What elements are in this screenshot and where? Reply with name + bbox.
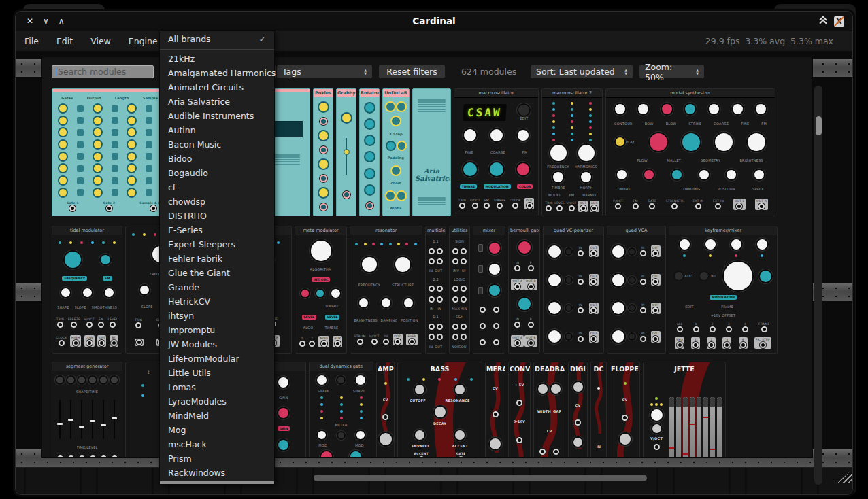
module-card-digi[interactable]: DIGICVANALOG [568, 362, 588, 458]
brand-menu-item[interactable]: Impromptu [160, 323, 274, 337]
menu-item-file[interactable]: File [16, 31, 48, 52]
module-feature-row [544, 145, 600, 161]
module-card-modal-synthesizer[interactable]: modal synthesizerCONTOURBOWBLOWSTRIKECOA… [605, 88, 775, 216]
vertical-scrollbar[interactable] [814, 86, 822, 485]
port-label: IN [578, 332, 582, 335]
module-card-conv[interactable]: CONV+ 5V0-10V0-10V [508, 362, 531, 458]
brand-menu-item[interactable]: E-Series [160, 223, 274, 237]
module-card-undular[interactable]: UnDuLaRX StepPaddingZoomAlpha [382, 88, 410, 216]
port-label: Gate 1 [67, 201, 79, 205]
brand-menu-item[interactable]: 21kHz [160, 52, 274, 66]
brand-menu-item[interactable]: Mog [160, 423, 274, 437]
brand-menu-item[interactable]: Rackwindows [160, 466, 274, 480]
module-card-deadband[interactable]: DEADBANDWIDTHGAPCV [533, 362, 565, 458]
module-card-dc[interactable]: DCIN [590, 362, 607, 458]
module-card-bernoulli-gate[interactable]: bernoulli gateINPOUT AOUT BINPOUT AOUT B [508, 226, 540, 354]
module-card-quad-vca[interactable]: quad VCAINOUTINOUTINOUTINOUT [607, 226, 666, 354]
brand-menu-item[interactable]: Little Utils [160, 366, 274, 380]
module-card-keyframer-mixer[interactable]: keyframer/mixerADDDELMODULATIONEDITFRAME… [669, 226, 778, 354]
brand-menu-item[interactable]: cf [160, 180, 274, 194]
brand-menu-item[interactable]: Glue the Giant [160, 266, 274, 280]
module-feature-row: SHAPE/TIME [54, 390, 120, 394]
brand-menu-item-all[interactable]: All brands ✓ [160, 31, 274, 48]
port-label: TRIG [545, 201, 553, 205]
module-feature-row: TRIGV/OCTFMTIMBRECOLOROUT [456, 198, 536, 209]
vertical-scrollbar-thumb[interactable] [816, 116, 822, 135]
module-card-tidal-modulator[interactable]: tidal modulatorFREQUENCYFMSHAPESLOPESMOO… [52, 226, 122, 354]
module-panel: CVIN [610, 374, 639, 458]
module-card-jette[interactable]: JETTEV/OCT [643, 362, 726, 458]
search-input[interactable]: Search modules [52, 65, 154, 78]
brand-menu-item[interactable]: chowdsp [160, 194, 274, 209]
menu-item-view[interactable]: View [82, 31, 120, 52]
port-label: V/OCT [470, 199, 480, 202]
brand-menu-item[interactable]: HetrickCV [160, 294, 274, 309]
brand-menu-item[interactable]: mscHack [160, 437, 274, 451]
module-card-utilities[interactable]: utilitiesSIGNINVU!LOGICMAXMINS&HNOISEOUT [449, 226, 470, 354]
brand-menu-item[interactable]: Expert Sleepers [160, 237, 274, 252]
brand-menu-item[interactable]: Fehler Fabrik [160, 252, 274, 266]
brand-menu-item[interactable]: Animated Circuits [160, 80, 274, 94]
module-label: TIME/LEVEL [77, 445, 98, 449]
module-card-meta-modulator[interactable]: meta modulatorALGORITHMINT. OSCTIMBRELEV… [295, 226, 347, 354]
module-card-segment-generator[interactable]: segment generatorSHAPE/TIMETIME/LEVELGAT… [52, 362, 122, 458]
menu-bar: FileEditViewEngineHelp29.9 fps 3.3% avg … [16, 31, 852, 51]
port-hole [383, 339, 389, 345]
port-label: IN [641, 275, 644, 278]
brand-menu-item[interactable]: LifeFormModular [160, 351, 274, 366]
port-label: OUT [652, 332, 659, 335]
brand-menu-item[interactable]: Bacon Music [160, 137, 274, 152]
module-card-macro-oscillator-2[interactable]: macro oscillator 2FREQUENCYHARMONICSTIMB… [541, 88, 603, 216]
tags-filter-select[interactable]: Tags ▲▼ [277, 65, 372, 78]
knob [278, 440, 288, 450]
module-card-mixer[interactable]: mixer [473, 226, 505, 354]
port-hole [409, 339, 415, 345]
port-label: IN [578, 303, 582, 307]
brand-menu-item[interactable]: Bidoo [160, 152, 274, 166]
module-card-pokies[interactable]: Pokies [313, 88, 333, 216]
module-card-resonator[interactable]: resonatorFREQUENCYSTRUCTUREBRIGHTNESSDAM… [350, 226, 422, 354]
reset-filters-button[interactable]: Reset filters [379, 65, 445, 78]
module-card-macro-oscillator[interactable]: macro oscillatorCSAWEDITFINECOARSEFMTIMB… [454, 88, 539, 216]
menu-item-edit[interactable]: Edit [48, 31, 82, 52]
module-card-unnamed[interactable]: AriaSalvatrice [412, 88, 451, 216]
led-icon [571, 139, 573, 141]
module-panel [473, 235, 505, 353]
brand-menu-item[interactable]: Lomas [160, 380, 274, 394]
brand-menu-item[interactable]: DISTRHO [160, 209, 274, 223]
module-card-bass[interactable]: BASSCUTOFFRESONANCEDECAYENVMODACCENTACCE… [397, 362, 482, 458]
port-label: STRENGTH [666, 199, 684, 203]
module-card-grabby[interactable]: Grabby [336, 88, 356, 216]
led-icon [59, 241, 61, 244]
zoom-select[interactable]: Zoom: 50% ▲▼ [639, 65, 704, 78]
brand-menu-item[interactable]: Grande [160, 280, 274, 294]
brand-menu-item[interactable]: Bogaudio [160, 166, 274, 180]
brand-menu-item[interactable]: JW-Modules [160, 337, 274, 351]
brand-menu-item[interactable]: Prism [160, 451, 274, 466]
port-hole [371, 339, 378, 345]
module-feature-row [428, 296, 444, 303]
module-card-mera[interactable]: MERACV [485, 362, 505, 458]
brand-menu-item[interactable]: Autinn [160, 123, 274, 137]
brand-menu-item[interactable]: Amalgamated Harmonics [160, 66, 274, 80]
module-card-amp[interactable]: AMPCVIN [376, 362, 395, 458]
brand-menu-item[interactable]: LyraeModules [160, 394, 274, 409]
brand-menu-item[interactable]: Aria Salvatrice [160, 94, 274, 109]
port-hole [461, 334, 467, 340]
port-label: V/OCT [613, 199, 623, 203]
step-cell [77, 177, 84, 184]
module-card-rotatoes[interactable]: Rotatoes [359, 88, 380, 216]
knob [757, 239, 767, 250]
rollup-icon[interactable] [819, 17, 829, 25]
brand-menu-item[interactable]: MindMeld [160, 409, 274, 423]
brand-menu-item[interactable]: ihtsyn [160, 309, 274, 323]
module-card-flopper[interactable]: FLOPPERCVIN [610, 362, 640, 458]
module-card-multiples[interactable]: multiples1:1INOUT2:2ININ1:1INOUT [425, 226, 446, 354]
sort-select[interactable]: Sort: Last updated ▲▼ [531, 65, 633, 78]
module-card-quad-vc-polarizer[interactable]: quad VC-polarizerINOUTINOUTINOUTINOUT [543, 226, 604, 354]
module-card-dual-dynamics-gate[interactable]: dual dynamics gateSHAPESHAPEMETERMODMODL… [309, 362, 373, 458]
module-label: FM [522, 150, 528, 154]
horizontal-scrollbar-thumb[interactable] [314, 475, 647, 481]
brand-menu-item[interactable]: Audible Instruments [160, 109, 274, 123]
module-feature-row [400, 378, 480, 381]
